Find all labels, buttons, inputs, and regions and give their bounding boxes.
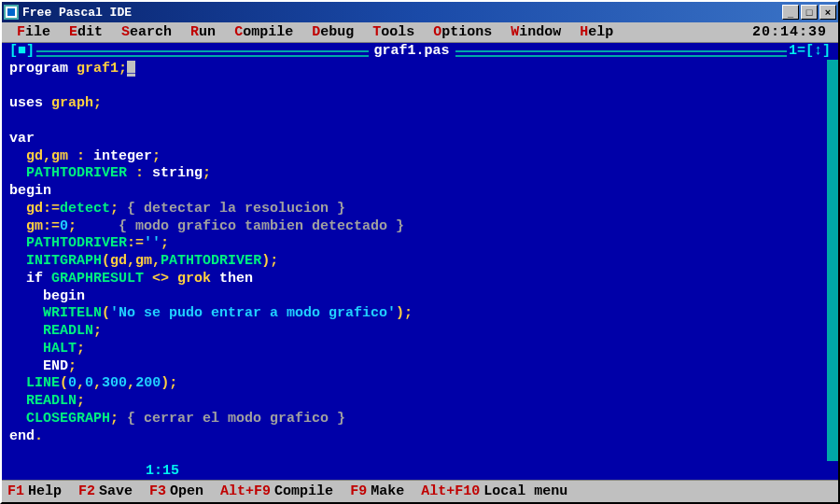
code-line[interactable]: var [9,131,831,148]
window-title: Free Pascal IDE [22,6,780,20]
close-button[interactable]: × [819,5,836,20]
editor-filename: graf1.pas [371,43,454,61]
minimize-button[interactable]: _ [782,5,799,20]
code-line[interactable]: begin [9,288,831,306]
code-line[interactable]: WRITELN('No se pudo entrar a modo grafic… [9,305,831,323]
editor-area[interactable]: [■] graf1.pas 1=[↕] program graf1;_ uses… [2,43,838,480]
ide-window: Free Pascal IDE _ □ × FileEditSearchRunC… [0,0,840,504]
cursor-position: 1:15 [146,463,179,479]
code-line[interactable]: READLN; [9,393,831,411]
clock: 20:14:39 [747,24,833,40]
menu-window[interactable]: Window [501,24,570,40]
svg-rect-2 [7,8,15,16]
code-line[interactable]: gd,gm : integer; [9,148,831,166]
menu-file[interactable]: File [7,24,60,40]
shortcut-open[interactable]: F3Open [149,483,220,499]
menu-compile[interactable]: Compile [225,24,302,40]
code-line[interactable]: PATHTODRIVER:=''; [9,235,831,253]
code-line[interactable]: program graf1;_ [9,61,831,78]
code-line[interactable]: INITGRAPH(gd,gm,PATHTODRIVER); [9,253,831,271]
shortcut-compile[interactable]: Alt+F9Compile [220,483,350,499]
menu-search[interactable]: Search [112,24,181,40]
code-line[interactable] [9,113,831,131]
editor-close-marker[interactable]: [■] [9,43,35,61]
vertical-scrollbar[interactable] [827,60,838,461]
menu-tools[interactable]: Tools [363,24,424,40]
shortcut-help[interactable]: F1Help [7,483,78,499]
shortcut-make[interactable]: F9Make [350,483,421,499]
code-line[interactable]: CLOSEGRAPH; { cerrar el modo grafico } [9,411,831,428]
app-icon [4,5,19,20]
menubar: FileEditSearchRunCompileDebugToolsOption… [2,22,838,43]
code-line[interactable]: gd:=detect; { detectar la resolucion } [9,201,831,218]
code-line[interactable]: gm:=0; { modo grafico tambien detectado … [9,218,831,236]
code-line[interactable]: if GRAPHRESULT <> grok then [9,271,831,288]
menu-help[interactable]: Help [570,24,623,40]
code-line[interactable]: READLN; [9,323,831,341]
code-line[interactable]: HALT; [9,341,831,358]
editor-frame-bottom: 1:15 ◄■▬ ─┘ [9,445,831,480]
code-view[interactable]: program graf1;_ uses graph; var gd,gm : … [9,61,831,446]
menu-options[interactable]: Options [424,24,501,40]
editor-right-marker[interactable]: 1=[↕] [789,43,831,61]
code-line[interactable]: uses graph; [9,95,831,113]
code-line[interactable]: PATHTODRIVER : string; [9,165,831,183]
menu-edit[interactable]: Edit [60,24,112,40]
code-line[interactable]: begin [9,183,831,201]
code-line[interactable]: LINE(0,0,300,200); [9,375,831,393]
titlebar[interactable]: Free Pascal IDE _ □ × [2,2,838,22]
shortcut-save[interactable]: F2Save [78,483,149,499]
code-line[interactable]: end. [9,428,831,446]
maximize-button[interactable]: □ [801,5,818,20]
menu-debug[interactable]: Debug [302,24,363,40]
shortcut-local-menu[interactable]: Alt+F10Local menu [421,483,584,499]
editor-frame-top: [■] graf1.pas 1=[↕] [9,43,831,61]
code-line[interactable] [9,78,831,96]
code-line[interactable]: END; [9,358,831,376]
bottom-toolbar: F1HelpF2SaveF3OpenAlt+F9CompileF9MakeAlt… [2,480,838,502]
menu-run[interactable]: Run [181,24,225,40]
